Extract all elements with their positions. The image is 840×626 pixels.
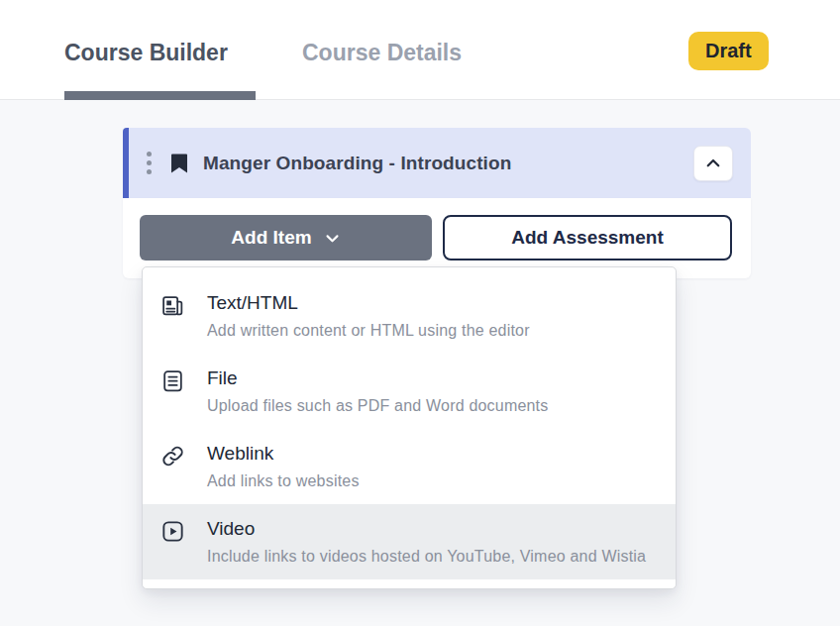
menu-item-description: Upload files such as PDF and Word docume… [207,396,548,415]
course-section-card: Manger Onboarding - Introduction Add Ite… [123,128,751,278]
menu-item-description: Include links to videos hosted on YouTub… [207,547,646,566]
add-assessment-label: Add Assessment [511,227,663,249]
tab-bar: Course Builder Course Details Draft [0,0,840,100]
menu-item-description: Add written content or HTML using the ed… [207,321,530,340]
tab-course-builder[interactable]: Course Builder [64,40,228,66]
status-badge: Draft [688,32,769,70]
chevron-down-icon [324,230,341,247]
menu-item-description: Add links to websites [207,471,360,490]
add-item-label: Add Item [231,227,311,249]
tab-course-details[interactable]: Course Details [302,40,462,66]
file-icon [159,368,185,393]
add-item-dropdown-menu: Text/HTML Add written content or HTML us… [142,266,677,589]
menu-item-label: Video [207,517,646,540]
collapse-section-button[interactable] [693,146,733,181]
section-title: Manger Onboarding - Introduction [203,153,511,174]
menu-item-label: Text/HTML [207,291,530,314]
menu-item-file[interactable]: File Upload files such as PDF and Word d… [143,354,676,429]
menu-item-text-html[interactable]: Text/HTML Add written content or HTML us… [143,278,676,354]
menu-item-weblink[interactable]: Weblink Add links to websites [143,429,676,504]
add-assessment-button[interactable]: Add Assessment [443,215,732,261]
text-html-icon [159,293,185,318]
add-item-button[interactable]: Add Item [140,215,432,261]
section-header: Manger Onboarding - Introduction [123,128,751,198]
bookmark-icon [169,153,189,174]
menu-item-video[interactable]: Video Include links to videos hosted on … [143,504,676,579]
chevron-up-icon [704,155,722,172]
video-icon [159,519,185,544]
menu-item-label: File [207,366,548,389]
active-tab-indicator [64,91,256,100]
weblink-icon [159,444,185,469]
drag-handle-icon[interactable] [143,148,156,178]
menu-item-label: Weblink [207,442,360,465]
